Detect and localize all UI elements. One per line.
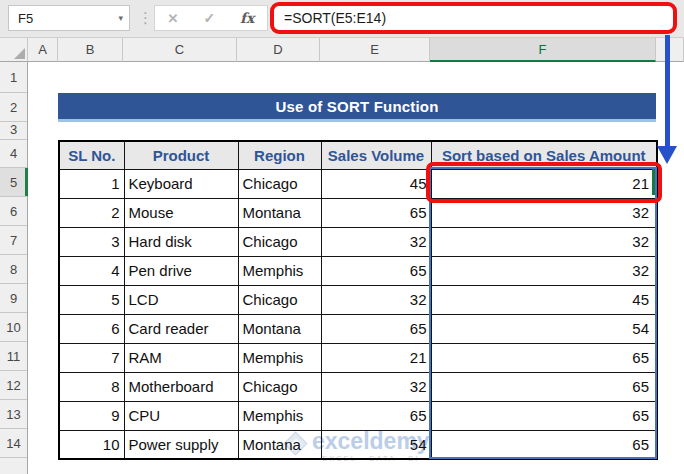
- cell-sorted[interactable]: 32: [431, 198, 657, 227]
- cell-sl[interactable]: 5: [59, 285, 124, 314]
- row-header-5-selected[interactable]: 5: [0, 168, 27, 197]
- cell-volume[interactable]: 45: [321, 169, 431, 198]
- cell-product[interactable]: RAM: [124, 343, 238, 372]
- column-header-a[interactable]: A: [28, 38, 58, 62]
- row-header-4[interactable]: 4: [0, 140, 27, 168]
- cell-volume[interactable]: 65: [321, 401, 431, 430]
- row-header-10[interactable]: 10: [0, 313, 27, 342]
- cell-product[interactable]: LCD: [124, 285, 238, 314]
- formula-toolbar: F5 ▾ ⋮ ✕ ✓ fx =SORT(E5:E14): [0, 0, 684, 38]
- column-header-e[interactable]: E: [320, 38, 430, 62]
- cell-product[interactable]: Pen drive: [124, 256, 238, 285]
- row-header-1[interactable]: 1: [0, 62, 27, 93]
- cell-region[interactable]: Memphis: [238, 401, 321, 430]
- cell-product[interactable]: CPU: [124, 401, 238, 430]
- cell-sorted-active-f5[interactable]: 21: [431, 169, 657, 198]
- table-row: 4 Pen drive Memphis 65 32: [59, 256, 657, 285]
- cell-volume[interactable]: 65: [321, 314, 431, 343]
- cell-volume[interactable]: 21: [321, 343, 431, 372]
- cell-volume[interactable]: 32: [321, 372, 431, 401]
- cell-region[interactable]: Montana: [238, 198, 321, 227]
- cell-sl[interactable]: 4: [59, 256, 124, 285]
- cell-sl[interactable]: 9: [59, 401, 124, 430]
- name-box-value: F5: [18, 11, 33, 26]
- column-header-row: A B C D E F: [0, 38, 684, 62]
- cell-sl[interactable]: 10: [59, 430, 124, 459]
- formula-bar[interactable]: =SORT(E5:E14): [270, 2, 677, 34]
- cell-sl[interactable]: 8: [59, 372, 124, 401]
- insert-function-icon[interactable]: fx: [240, 10, 254, 26]
- row-header-6[interactable]: 6: [0, 197, 27, 226]
- header-sales-volume[interactable]: Sales Volume: [321, 141, 431, 169]
- cell-volume[interactable]: 32: [321, 227, 431, 256]
- table-row: 3 Hard disk Chicago 32 32: [59, 227, 657, 256]
- column-header-filler: [656, 38, 684, 62]
- table-row: 9 CPU Memphis 65 65: [59, 401, 657, 430]
- toolbar-divider: ⋮: [138, 8, 153, 28]
- row-header-column: 1 2 3 4 5 6 7 8 9 10 11 12 13 14: [0, 62, 28, 474]
- excel-window: F5 ▾ ⋮ ✕ ✓ fx =SORT(E5:E14) A B C D E F …: [0, 0, 684, 474]
- cell-sorted[interactable]: 65: [431, 372, 657, 401]
- select-all-corner[interactable]: [0, 38, 28, 62]
- header-sl-no[interactable]: SL No.: [59, 141, 124, 169]
- cell-region[interactable]: Chicago: [238, 372, 321, 401]
- data-table: SL No. Product Region Sales Volume Sort …: [58, 140, 658, 460]
- annotation-arrow-head-icon: [657, 146, 677, 164]
- cell-product[interactable]: Motherboard: [124, 372, 238, 401]
- name-box[interactable]: F5 ▾: [8, 5, 130, 31]
- cell-region[interactable]: Memphis: [238, 343, 321, 372]
- cell-region[interactable]: Montana: [238, 430, 321, 459]
- header-product[interactable]: Product: [124, 141, 238, 169]
- cell-sorted[interactable]: 54: [431, 314, 657, 343]
- cell-sorted[interactable]: 45: [431, 285, 657, 314]
- cell-sl[interactable]: 1: [59, 169, 124, 198]
- cell-region[interactable]: Chicago: [238, 227, 321, 256]
- column-header-f-selected[interactable]: F: [430, 38, 656, 62]
- table-row: 1 Keyboard Chicago 45 21: [59, 169, 657, 198]
- cell-sorted[interactable]: 32: [431, 256, 657, 285]
- row-header-13[interactable]: 13: [0, 400, 27, 429]
- column-header-b[interactable]: B: [58, 38, 123, 62]
- cell-sorted[interactable]: 65: [431, 343, 657, 372]
- cell-volume[interactable]: 65: [321, 198, 431, 227]
- row-header-14[interactable]: 14: [0, 429, 27, 458]
- banner-title: Use of SORT Function: [275, 98, 438, 115]
- row-header-9[interactable]: 9: [0, 284, 27, 313]
- enter-icon[interactable]: ✓: [203, 10, 215, 26]
- row-header-filler: [0, 458, 27, 474]
- cell-sorted[interactable]: 65: [431, 401, 657, 430]
- title-banner[interactable]: Use of SORT Function: [58, 93, 656, 122]
- cell-region[interactable]: Chicago: [238, 285, 321, 314]
- cell-region[interactable]: Memphis: [238, 256, 321, 285]
- cell-region[interactable]: Montana: [238, 314, 321, 343]
- cell-product[interactable]: Hard disk: [124, 227, 238, 256]
- header-region[interactable]: Region: [238, 141, 321, 169]
- cell-volume[interactable]: 65: [321, 256, 431, 285]
- cell-sl[interactable]: 2: [59, 198, 124, 227]
- table-row: 5 LCD Chicago 32 45: [59, 285, 657, 314]
- cell-volume[interactable]: 54: [321, 430, 431, 459]
- cell-product[interactable]: Keyboard: [124, 169, 238, 198]
- chevron-down-icon[interactable]: ▾: [118, 13, 123, 23]
- cell-product[interactable]: Card reader: [124, 314, 238, 343]
- cell-product[interactable]: Power supply: [124, 430, 238, 459]
- row-header-12[interactable]: 12: [0, 371, 27, 400]
- row-header-2[interactable]: 2: [0, 93, 27, 122]
- cell-region[interactable]: Chicago: [238, 169, 321, 198]
- table-row: 10 Power supply Montana 54 65: [59, 430, 657, 459]
- column-header-c[interactable]: C: [123, 38, 237, 62]
- cell-product[interactable]: Mouse: [124, 198, 238, 227]
- row-header-11[interactable]: 11: [0, 342, 27, 371]
- row-header-7[interactable]: 7: [0, 226, 27, 255]
- row-header-8[interactable]: 8: [0, 255, 27, 284]
- cell-sl[interactable]: 3: [59, 227, 124, 256]
- cell-sorted[interactable]: 65: [431, 430, 657, 459]
- cell-sl[interactable]: 7: [59, 343, 124, 372]
- header-sort-result[interactable]: Sort based on Sales Amount: [431, 141, 657, 169]
- cell-volume[interactable]: 32: [321, 285, 431, 314]
- row-header-3[interactable]: 3: [0, 122, 27, 140]
- cell-sorted[interactable]: 32: [431, 227, 657, 256]
- cancel-icon[interactable]: ✕: [167, 11, 178, 26]
- cell-sl[interactable]: 6: [59, 314, 124, 343]
- column-header-d[interactable]: D: [237, 38, 320, 62]
